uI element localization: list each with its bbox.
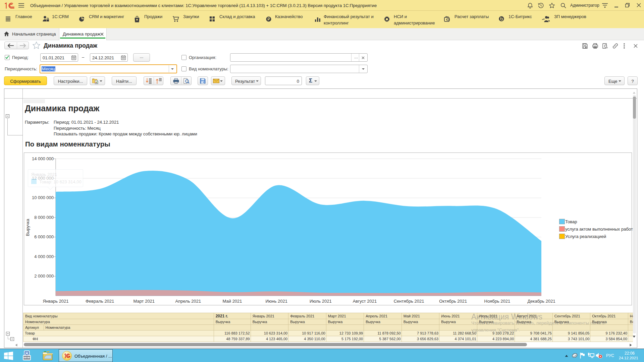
value-cell[interactable]: 3 656 829,63 (401, 336, 439, 342)
value-cell[interactable]: 3 584 854,00 (590, 336, 628, 342)
scroll-right-icon[interactable] (630, 344, 632, 347)
menu-item-finresult[interactable]: Финансовый результат иконтроллинг (324, 13, 374, 26)
menu-item-1c-crm[interactable]: 1C:CRM (52, 13, 69, 20)
close-report-icon[interactable] (634, 44, 638, 48)
value-cell[interactable]: 9 141 856,05 (552, 330, 590, 336)
dropdown-caret-icon[interactable] (100, 80, 102, 82)
row-label[interactable]: ФН (23, 336, 214, 342)
print-icon[interactable] (592, 43, 598, 49)
collapse-tovar-button[interactable] (6, 332, 10, 336)
period-checkbox[interactable] (5, 55, 10, 60)
more-button[interactable]: Еще (604, 76, 625, 85)
value-cell[interactable]: 4 374 101,01 (439, 336, 477, 342)
vertical-scrollbar[interactable] (633, 95, 636, 334)
scroll-down-icon[interactable] (633, 336, 636, 338)
favorites-star-icon[interactable] (549, 3, 555, 8)
user-settings-icon[interactable] (602, 3, 608, 8)
start-button[interactable] (4, 352, 13, 360)
org-checkbox[interactable] (181, 55, 186, 60)
value-cell[interactable]: 9 176 232,40 (590, 330, 628, 336)
sum-button[interactable]: Σ (306, 76, 319, 85)
dropdown-caret-icon[interactable] (220, 80, 223, 82)
org-clear-icon[interactable] (362, 56, 365, 59)
collapse-groups-icon[interactable] (156, 78, 162, 84)
get-link-icon[interactable] (612, 43, 618, 49)
tab-home[interactable]: Начальная страница (0, 28, 59, 40)
collapse-header-group-button[interactable] (6, 114, 9, 118)
menu-item-sales[interactable]: Продажи (144, 13, 162, 20)
main-menu-hamburger-icon[interactable] (18, 3, 24, 8)
tray-volume-muted-icon[interactable] (596, 352, 602, 359)
value-cell[interactable]: 4 381 688,25 (515, 336, 553, 342)
tray-network-icon[interactable] (588, 352, 594, 359)
value-cell[interactable]: 10 917 116,00 (288, 330, 326, 336)
tray-expand-icon[interactable] (565, 355, 568, 357)
menu-item-nsi[interactable]: НСИ иадминистрирование (394, 13, 435, 26)
preview-icon[interactable] (602, 43, 608, 49)
menu-item-bitrix[interactable]: 1С-Битрикс (508, 13, 532, 20)
value-cell[interactable]: 5 387 562,00 (364, 336, 402, 342)
menu-item-zp-managers[interactable]: ЗП менеджеров (554, 13, 586, 20)
menu-item-treasury[interactable]: Казначейство (275, 13, 303, 20)
scroll-up-icon[interactable] (633, 92, 636, 94)
nomtype-checkbox[interactable] (181, 66, 186, 71)
value-cell[interactable]: 10 623 314,00 (251, 330, 288, 336)
tray-flag-icon[interactable] (580, 352, 585, 359)
calendar-icon[interactable] (121, 55, 126, 60)
org-input[interactable]: ... (230, 53, 368, 62)
period-choice-button[interactable]: ... (133, 53, 150, 62)
close-button[interactable] (637, 3, 641, 7)
preview-button-icon[interactable] (183, 78, 190, 84)
file-explorer-button[interactable] (43, 351, 53, 361)
value-cell[interactable]: 4 123 465,00 (251, 336, 288, 342)
dropdown-caret-icon[interactable] (256, 80, 259, 82)
value-cell[interactable]: 4 223 894,00 (477, 336, 515, 342)
scroll-left-icon[interactable] (15, 344, 17, 347)
server-manager-button[interactable] (21, 351, 33, 361)
value-cell[interactable]: 48 759 337,89 (214, 336, 251, 342)
dropdown-caret-icon[interactable] (619, 80, 621, 82)
menu-item-crm-marketing[interactable]: CRM и маркетинг (89, 13, 124, 20)
result-button[interactable]: Результат (231, 76, 261, 85)
forward-button[interactable] (20, 44, 26, 48)
expand-groups-icon[interactable] (146, 78, 152, 84)
settings-button[interactable]: Настройки... (54, 76, 87, 85)
calendar-icon[interactable] (71, 55, 76, 60)
period-from-input[interactable]: 01.01.2021 (40, 53, 78, 62)
generate-button[interactable]: Сформировать (4, 76, 47, 85)
history-icon[interactable] (538, 3, 544, 8)
tray-eject-icon[interactable] (572, 353, 578, 358)
value-cell[interactable]: 5 175 192,00 (326, 336, 364, 342)
tab-close-icon[interactable] (100, 33, 104, 36)
value-cell[interactable]: 3 743 101,00 (552, 336, 590, 342)
row-label[interactable]: Товар (23, 330, 214, 336)
value-cell[interactable]: 4 350 110,00 (288, 336, 326, 342)
value-cell[interactable]: 12 733 109,99 (326, 330, 364, 336)
more-dots-icon[interactable] (624, 43, 625, 49)
vertical-scrollbar-thumb[interactable] (633, 97, 636, 119)
report-variants-button[interactable] (90, 76, 105, 85)
period-to-input[interactable]: 24.12.2021 (90, 53, 128, 62)
periodicity-combo[interactable]: Месяц (40, 64, 177, 73)
nomtype-combo[interactable] (230, 65, 368, 73)
current-user[interactable]: Администратор (570, 3, 599, 8)
favorite-star-button[interactable] (33, 42, 40, 49)
taskbar-app-button[interactable]: Объединенная / ... (59, 349, 113, 362)
find-button[interactable]: Найти... (112, 76, 137, 85)
menu-item-warehouse[interactable]: Склад и доставка (219, 13, 255, 20)
periodicity-dropdown-icon[interactable] (171, 68, 174, 70)
send-email-button[interactable] (211, 76, 225, 85)
restore-button[interactable] (625, 3, 630, 7)
value-cell[interactable]: 11 878 092,50 (364, 330, 402, 336)
help-button[interactable]: ? (628, 76, 638, 85)
sections-hamburger-icon[interactable] (6, 16, 10, 21)
dropdown-caret-icon[interactable] (314, 80, 317, 82)
back-button[interactable] (7, 44, 14, 48)
value-cell[interactable]: 9 708 041,75 (515, 330, 553, 336)
save-icon[interactable] (582, 43, 588, 49)
save-result-button[interactable] (198, 76, 208, 85)
print-button-icon[interactable] (173, 78, 179, 84)
value-cell[interactable]: 116 883 172,52 (214, 330, 251, 336)
menu-item-purchases[interactable]: Закупки (183, 13, 199, 20)
notifications-bell-icon[interactable] (527, 3, 533, 8)
